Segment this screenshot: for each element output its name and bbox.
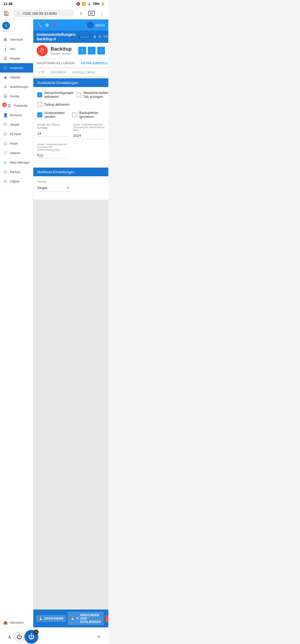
- sidebar-item-ubersicht[interactable]: ⊞ Übersicht: [0, 35, 33, 44]
- save-close-x-icon: ✕: [76, 617, 79, 620]
- sidebar-item-alias[interactable]: ⊙ Alias-Manager: [0, 158, 33, 167]
- active-app-button[interactable]: ⏻ ✕: [24, 630, 38, 644]
- upload-action-button[interactable]: ↑: [88, 47, 96, 55]
- checkbox-wiederherstellen-label: Wiederherstellen-Tab anzeigen: [83, 91, 108, 99]
- settings-icon[interactable]: ⚙: [45, 23, 49, 28]
- sub-tab-dropbox[interactable]: DROPBOX: [48, 69, 69, 75]
- fehler-label: lokaler Festplattenspeicher Grenzwert fü…: [37, 143, 69, 151]
- sidebar-item-instanzen[interactable]: ⬡ Instanzen: [0, 63, 33, 73]
- sidebar-label-info: Info: [10, 47, 15, 51]
- dateien-icon: 📄: [3, 151, 8, 155]
- checkbox-debug[interactable]: Debug aktivieren: [37, 102, 104, 107]
- add-tab-button[interactable]: +: [77, 9, 85, 18]
- aufzahlungen-icon: ≡: [3, 85, 8, 89]
- add-app-button[interactable]: +: [94, 632, 104, 642]
- history-input[interactable]: [37, 130, 69, 137]
- help-icon[interactable]: ❓: [52, 23, 57, 28]
- objekte-icon: ◈: [3, 75, 8, 80]
- sidebar-label-objekte: Objekte: [10, 76, 21, 79]
- checkbox-wiederherstellen-box: [76, 92, 81, 97]
- sidebar-item-protokolle[interactable]: 51 ☰ Protokolle: [0, 101, 33, 110]
- checkbox-benachrichtigungen-box: [37, 92, 42, 97]
- sidebar-label-adapter: Adapter: [10, 57, 21, 60]
- browser-actions: + 41 ⋮: [77, 9, 106, 18]
- sidebar-item-zigbee[interactable]: ⊘ Zigbee: [0, 177, 33, 186]
- more-options-button[interactable]: ⋮: [98, 9, 106, 18]
- save-label: SPEICHERN: [44, 617, 64, 620]
- section-header-multihost: Multihost-Einstellungen: [33, 168, 108, 176]
- home-button[interactable]: 🏠: [2, 9, 11, 18]
- hosttype-select[interactable]: Single Master Slave: [37, 184, 71, 192]
- backitup-logo: ⏱: [37, 45, 48, 56]
- warnung-label: lokaler Festplattenspeicher Grenzwert fü…: [73, 123, 104, 132]
- sub-tab-ftp[interactable]: FTP: [36, 69, 48, 75]
- sub-tab-googledrive[interactable]: GOOGLE DRIVE: [69, 69, 98, 75]
- save-close-button[interactable]: 💾 ✕ SPEICHERN UND SCHLIESSEN: [68, 612, 104, 625]
- sidebar-item-backup[interactable]: ⊙ Backup: [0, 167, 33, 177]
- sidebar-item-dateien[interactable]: 📄 Dateien: [0, 148, 33, 158]
- sidebar-item-hosts[interactable]: ⬡ Hosts: [0, 139, 33, 148]
- hosttype-select-wrapper: Single Master Slave ▼: [37, 184, 71, 192]
- tab-haupteinstellungen[interactable]: HAUPTEINSTELLUNGEN: [33, 59, 78, 68]
- sidebar-item-adapter[interactable]: ☰ Adapter: [0, 54, 33, 63]
- wifi-icon: 📶: [82, 2, 86, 6]
- power-button[interactable]: ⏻: [14, 632, 24, 642]
- field-group-fehler: lokaler Festplattenspeicher Grenzwert fü…: [37, 143, 69, 159]
- user-name: admin: [95, 23, 105, 27]
- checkbox-benachrichtigungen[interactable]: Benachrichtigungen aktivieren: [37, 91, 74, 99]
- sidebar-item-echarts[interactable]: ⊙ ECharts: [0, 129, 33, 139]
- wrench-icon[interactable]: 🔧: [37, 23, 42, 28]
- sidebar-label-instanzen: Instanzen: [10, 66, 23, 70]
- status-time: 11:36: [3, 2, 12, 6]
- save-button[interactable]: 💾 SPEICHERN: [36, 615, 66, 622]
- protokolle-icon: ☰: [7, 103, 12, 108]
- pause-icon[interactable]: ⏸: [93, 34, 97, 39]
- checkbox-wiederherstellen[interactable]: Wiederherstellen-Tab anzeigen: [76, 91, 108, 99]
- help-action-button[interactable]: ?: [78, 47, 86, 55]
- sidebar-item-benutzer[interactable]: 👤 Benutzer: [0, 110, 33, 120]
- download-action-button[interactable]: ↓: [97, 47, 105, 55]
- status-right: 🔇 📶 📡 70% 🔋: [76, 2, 105, 6]
- tab-extra[interactable]: EXTRA-EINSTELLUNGEN: [78, 59, 108, 68]
- app-version: v4.3.7: [3, 29, 10, 32]
- checkbox-backupfehler[interactable]: Backupfehler ignorieren: [72, 111, 104, 119]
- sidebar-item-gerate[interactable]: ☰ Geräte: [0, 91, 33, 101]
- adapter-icon: ☰: [3, 56, 8, 61]
- sidebar-label-hosts: Hosts: [10, 142, 18, 145]
- top-toolbar: 🔧 ⚙ ❓ 👤 admin: [33, 19, 108, 31]
- url-bar[interactable]: ⚠ ://192.168.99.33:8081: [13, 9, 74, 17]
- fehler-input[interactable]: [37, 152, 69, 159]
- backup-icon: ⊙: [3, 170, 8, 174]
- close-button[interactable]: ✕ SCHLIESSEN: [105, 615, 108, 622]
- sidebar-item-info[interactable]: ℹ Info: [0, 44, 33, 54]
- refresh-icon[interactable]: ↻: [98, 34, 102, 39]
- checkbox-analysedaten[interactable]: Analysedaten senden: [37, 111, 70, 119]
- close-app-badge[interactable]: ✕: [34, 630, 39, 635]
- signal-icon: 📡: [87, 2, 91, 6]
- sidebar-header: i v4.3.7 ‹: [0, 19, 33, 35]
- collapse-button[interactable]: ‹: [29, 25, 31, 29]
- backitup-subtitle: System sichern...: [51, 52, 76, 55]
- sidebar-item-aufzahlungen[interactable]: ≡ Aufzählungen: [0, 82, 33, 91]
- app-container: i v4.3.7 ‹ ⊞ Übersicht ℹ Info ☰ Adapter …: [0, 19, 108, 627]
- tab-nav: HAUPTEINSTELLUNGEN EXTRA-EINSTELLUNGEN B…: [33, 59, 108, 68]
- section-header-zusatzliche: Zusätzliche Einstellungen: [33, 78, 108, 87]
- collapse-bottom-button[interactable]: ∧: [4, 632, 14, 642]
- info-icon: ℹ: [3, 47, 8, 51]
- tabs-button[interactable]: 41: [87, 9, 96, 18]
- field-group-history: Anzahl der History Einträge: [37, 123, 69, 139]
- logout-button[interactable]: 📤 Abmelden: [0, 618, 33, 627]
- sidebar-item-skripte[interactable]: 🛡 Skripte: [0, 120, 33, 129]
- sidebar-item-objekte[interactable]: ◈ Objekte: [0, 73, 33, 82]
- settings-panel-multihost: Hosttyp Single Master Slave ▼: [33, 176, 108, 200]
- alias-icon: ⊙: [3, 160, 8, 165]
- backitup-card: ⏱ Backitup System sichern... ? ↑ ↓: [33, 43, 108, 59]
- checkbox-benachrichtigungen-label: Benachrichtigungen aktivieren: [44, 91, 74, 99]
- toolbar-user: 👤 admin: [87, 22, 105, 28]
- zigbee-icon: ⊘: [3, 179, 8, 184]
- backitup-name: Backitup: [51, 46, 76, 52]
- active-app-icon: ⏻: [28, 633, 34, 640]
- save-icon: 💾: [39, 617, 43, 620]
- warnung-input[interactable]: [73, 132, 104, 139]
- checkbox-debug-row: Debug aktivieren: [37, 102, 104, 107]
